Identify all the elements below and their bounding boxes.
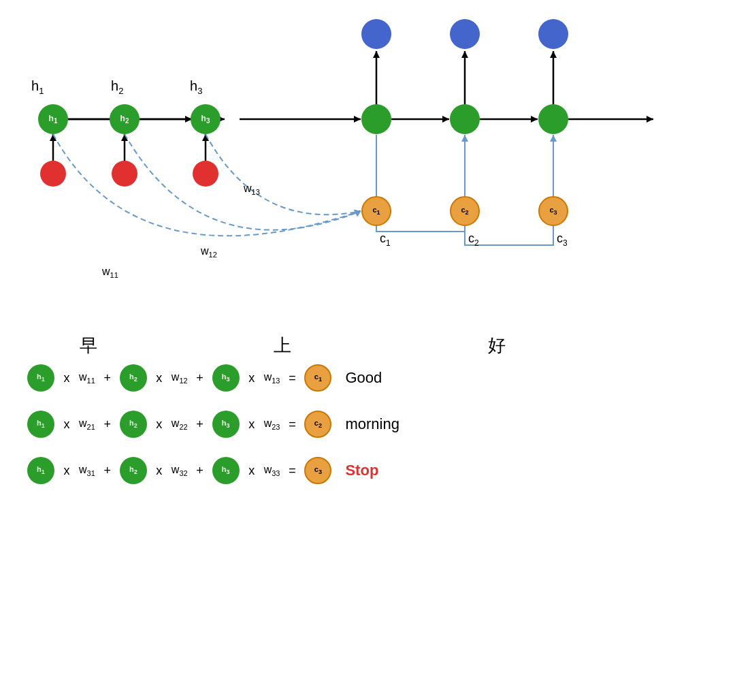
label-h3: h3 bbox=[190, 78, 202, 96]
eq-w13-row1: w13 bbox=[264, 371, 280, 385]
svg-marker-19 bbox=[202, 134, 209, 141]
svg-marker-3 bbox=[354, 116, 361, 123]
eq-h1-row1: h1 bbox=[27, 364, 54, 392]
svg-marker-26 bbox=[461, 135, 468, 142]
node-h2-label: h2 bbox=[120, 114, 129, 125]
eq-h1-row2: h1 bbox=[27, 411, 54, 438]
eq-h3-row1: h3 bbox=[212, 364, 240, 392]
label-c3: c3 bbox=[557, 232, 568, 248]
label-c1: c1 bbox=[380, 232, 391, 248]
eq-op3-row3: x bbox=[245, 464, 259, 478]
node-h4 bbox=[361, 104, 391, 134]
eq-w33-row3: w33 bbox=[264, 464, 280, 477]
svg-marker-27 bbox=[550, 135, 557, 142]
node-c2-label: c2 bbox=[461, 206, 468, 216]
label-w12: w12 bbox=[201, 245, 217, 259]
eq-result-row1: Good bbox=[345, 369, 382, 387]
svg-marker-11 bbox=[531, 116, 538, 123]
node-c2: c2 bbox=[450, 196, 480, 226]
node-y1 bbox=[361, 19, 391, 49]
svg-marker-29 bbox=[354, 210, 361, 217]
node-c3: c3 bbox=[538, 196, 568, 226]
eq-result-row3: Stop bbox=[345, 462, 378, 479]
eq-c1-row1: c1 bbox=[304, 364, 331, 392]
svg-marker-9 bbox=[442, 116, 449, 123]
equation-row-1: h1 x w11 + h2 x w12 + h3 x w13 = c1 Good bbox=[27, 364, 708, 392]
eq-h3-row2: h3 bbox=[212, 411, 240, 438]
chinese-chars-row: 早 上 好 bbox=[34, 334, 708, 357]
eq-op3-row2: x bbox=[245, 417, 259, 432]
label-c2: c2 bbox=[468, 232, 479, 248]
eq-op3-row1: x bbox=[245, 371, 259, 385]
node-h1-label: h1 bbox=[49, 114, 58, 125]
eq-plus2-row2: + bbox=[193, 417, 207, 432]
eq-eq-row3: = bbox=[285, 464, 299, 478]
eq-w12-row1: w12 bbox=[172, 371, 188, 385]
eq-plus1-row3: + bbox=[101, 464, 114, 478]
svg-marker-28 bbox=[354, 210, 361, 217]
eq-op2-row1: x bbox=[152, 371, 166, 385]
eq-w22-row2: w22 bbox=[172, 417, 188, 431]
eq-w32-row3: w32 bbox=[172, 464, 188, 477]
eq-h1-row3: h1 bbox=[27, 457, 54, 484]
eq-w11-row1: w11 bbox=[79, 371, 95, 385]
label-w13: w13 bbox=[244, 182, 260, 196]
equation-row-3: h1 x w31 + h2 x w32 + h3 x w33 = c3 Stop bbox=[27, 457, 708, 484]
equation-row-2: h1 x w21 + h2 x w22 + h3 x w23 = c2 morn… bbox=[27, 411, 708, 438]
chinese-char-3: 好 bbox=[442, 334, 551, 357]
svg-marker-25 bbox=[550, 51, 557, 58]
node-y2 bbox=[450, 19, 480, 49]
node-c1: c1 bbox=[361, 196, 391, 226]
eq-plus1-row1: + bbox=[101, 371, 114, 385]
eq-w21-row2: w21 bbox=[79, 417, 95, 431]
eq-op1-row1: x bbox=[60, 371, 74, 385]
eq-c2-row2: c2 bbox=[304, 411, 331, 438]
eq-h2-row2: h2 bbox=[120, 411, 147, 438]
eq-op2-row2: x bbox=[152, 417, 166, 432]
node-y3 bbox=[538, 19, 568, 49]
node-h3-label: h3 bbox=[201, 114, 210, 125]
label-w11: w11 bbox=[102, 266, 118, 279]
eq-w31-row3: w31 bbox=[79, 464, 95, 477]
node-x3 bbox=[193, 161, 218, 187]
node-x1 bbox=[40, 161, 66, 187]
eq-h2-row1: h2 bbox=[120, 364, 147, 392]
eq-eq-row1: = bbox=[285, 371, 299, 385]
svg-marker-17 bbox=[121, 134, 128, 141]
label-h2: h2 bbox=[111, 78, 123, 96]
chinese-char-2: 上 bbox=[184, 334, 381, 357]
eq-plus2-row1: + bbox=[193, 371, 207, 385]
eq-plus1-row2: + bbox=[101, 417, 114, 432]
eq-op1-row3: x bbox=[60, 464, 74, 478]
node-h5 bbox=[450, 104, 480, 134]
svg-marker-15 bbox=[50, 134, 56, 141]
eq-op1-row2: x bbox=[60, 417, 74, 432]
node-c1-label: c1 bbox=[372, 206, 380, 216]
eq-c3-row3: c3 bbox=[304, 457, 331, 484]
node-c3-label: c3 bbox=[549, 206, 557, 216]
node-x2 bbox=[112, 161, 137, 187]
eq-plus2-row3: + bbox=[193, 464, 207, 478]
node-h2: h2 bbox=[110, 104, 140, 134]
equations-section: 早 上 好 h1 x w11 + h2 x w12 + h3 x w13 = c… bbox=[27, 334, 708, 503]
eq-op2-row3: x bbox=[152, 464, 166, 478]
svg-marker-21 bbox=[373, 51, 380, 58]
node-h6 bbox=[538, 104, 568, 134]
eq-h2-row3: h2 bbox=[120, 457, 147, 484]
eq-result-row2: morning bbox=[345, 415, 399, 433]
svg-marker-30 bbox=[354, 210, 361, 216]
eq-h3-row3: h3 bbox=[212, 457, 240, 484]
svg-marker-23 bbox=[461, 51, 468, 58]
diagram-section: h1 h2 h3 c1 c2 c3 h1 h2 h3 c1 c2 c3 w11 … bbox=[0, 0, 735, 327]
node-h1: h1 bbox=[38, 104, 68, 134]
label-h1: h1 bbox=[31, 78, 44, 96]
eq-eq-row2: = bbox=[285, 417, 299, 432]
svg-marker-13 bbox=[647, 116, 653, 123]
node-h3: h3 bbox=[191, 104, 220, 134]
eq-w23-row2: w23 bbox=[264, 417, 280, 431]
chinese-char-1: 早 bbox=[34, 334, 143, 357]
